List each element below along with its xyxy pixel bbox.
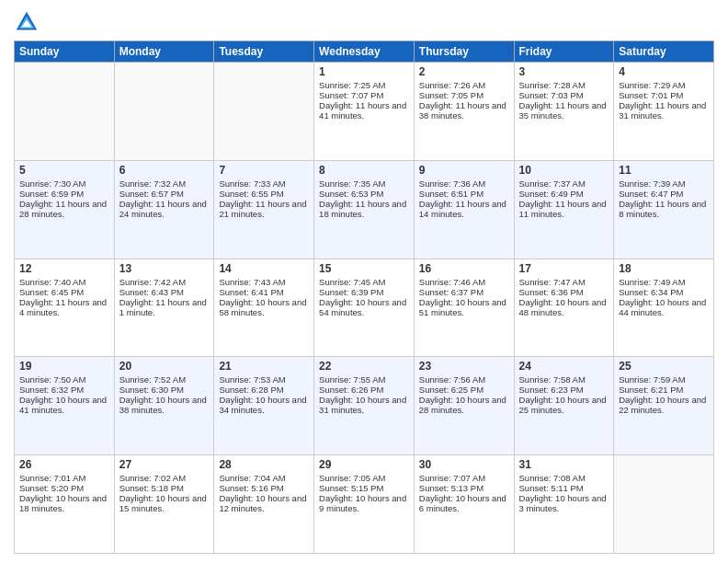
col-header-tuesday: Tuesday [214,41,314,63]
calendar-cell: 2Sunrise: 7:26 AMSunset: 7:05 PMDaylight… [414,63,514,161]
calendar-cell [214,63,314,161]
cell-content: Sunrise: 7:39 AM [619,178,709,189]
day-number: 26 [19,458,109,471]
calendar-cell: 27Sunrise: 7:02 AMSunset: 5:18 PMDayligh… [114,455,214,554]
col-header-saturday: Saturday [614,41,714,63]
cell-content: Sunset: 7:03 PM [519,90,609,100]
cell-content: Sunrise: 7:36 AM [419,178,509,189]
cell-content: Sunset: 6:32 PM [19,385,109,395]
calendar-cell: 22Sunrise: 7:55 AMSunset: 6:26 PMDayligh… [314,357,415,455]
calendar-cell: 29Sunrise: 7:05 AMSunset: 5:15 PMDayligh… [314,455,415,554]
cell-content: Sunset: 6:53 PM [319,189,409,199]
cell-content: Sunset: 7:01 PM [619,90,709,100]
logo-icon [14,9,40,35]
cell-content: Sunrise: 7:02 AM [119,473,210,483]
calendar-cell: 25Sunrise: 7:59 AMSunset: 6:21 PMDayligh… [614,357,714,455]
cell-content: Daylight: 11 hours and 8 minutes. [619,199,709,219]
calendar-cell: 20Sunrise: 7:52 AMSunset: 6:30 PMDayligh… [114,357,214,455]
cell-content: Sunrise: 7:05 AM [319,473,409,483]
col-header-monday: Monday [114,41,214,63]
cell-content: Sunrise: 7:42 AM [119,277,210,287]
cell-content: Sunset: 6:30 PM [119,385,210,395]
day-number: 22 [319,360,409,373]
calendar-cell: 13Sunrise: 7:42 AMSunset: 6:43 PMDayligh… [114,259,214,357]
day-number: 19 [19,360,109,373]
calendar-cell: 28Sunrise: 7:04 AMSunset: 5:16 PMDayligh… [214,455,314,554]
cell-content: Sunrise: 7:30 AM [19,178,109,189]
logo [14,9,43,35]
day-number: 13 [119,262,210,275]
day-number: 23 [419,360,509,373]
cell-content: Daylight: 11 hours and 1 minute. [119,297,210,317]
cell-content: Sunset: 6:21 PM [619,385,709,395]
day-number: 18 [619,262,709,275]
calendar-table: SundayMondayTuesdayWednesdayThursdayFrid… [14,40,714,554]
cell-content: Sunrise: 7:59 AM [619,374,709,385]
cell-content: Daylight: 10 hours and 48 minutes. [519,297,609,317]
day-number: 4 [619,65,709,78]
cell-content: Daylight: 10 hours and 28 minutes. [419,395,509,415]
col-header-friday: Friday [514,41,614,63]
cell-content: Sunrise: 7:40 AM [19,277,109,287]
cell-content: Sunrise: 7:58 AM [519,374,609,385]
cell-content: Daylight: 10 hours and 18 minutes. [19,493,109,513]
cell-content: Sunset: 6:23 PM [519,385,609,395]
cell-content: Daylight: 11 hours and 38 minutes. [419,100,509,121]
day-number: 27 [119,458,210,471]
cell-content: Sunrise: 7:52 AM [119,374,210,385]
calendar-cell: 5Sunrise: 7:30 AMSunset: 6:59 PMDaylight… [15,160,115,259]
calendar-week-5: 26Sunrise: 7:01 AMSunset: 5:20 PMDayligh… [15,455,714,554]
day-number: 10 [519,164,609,177]
day-number: 11 [619,164,709,177]
cell-content: Sunset: 5:18 PM [119,483,210,493]
cell-content: Daylight: 11 hours and 21 minutes. [219,199,309,219]
calendar-cell: 15Sunrise: 7:45 AMSunset: 6:39 PMDayligh… [314,259,415,357]
cell-content: Daylight: 11 hours and 11 minutes. [519,199,609,219]
cell-content: Sunset: 5:16 PM [219,483,309,493]
calendar-cell: 26Sunrise: 7:01 AMSunset: 5:20 PMDayligh… [15,455,115,554]
cell-content: Sunrise: 7:43 AM [219,277,309,287]
cell-content: Daylight: 11 hours and 28 minutes. [19,199,109,219]
col-header-wednesday: Wednesday [314,41,415,63]
cell-content: Sunset: 6:55 PM [219,189,309,199]
calendar-cell: 9Sunrise: 7:36 AMSunset: 6:51 PMDaylight… [414,160,514,259]
cell-content: Sunset: 6:26 PM [319,385,409,395]
cell-content: Sunset: 5:13 PM [419,483,509,493]
calendar-cell: 7Sunrise: 7:33 AMSunset: 6:55 PMDaylight… [214,160,314,259]
day-number: 31 [519,458,609,471]
cell-content: Sunrise: 7:26 AM [419,80,509,90]
cell-content: Sunrise: 7:33 AM [219,178,309,189]
cell-content: Sunrise: 7:04 AM [219,473,309,483]
cell-content: Daylight: 10 hours and 41 minutes. [19,395,109,415]
day-number: 21 [219,360,309,373]
cell-content: Daylight: 10 hours and 51 minutes. [419,297,509,317]
day-number: 12 [19,262,109,275]
calendar-cell: 16Sunrise: 7:46 AMSunset: 6:37 PMDayligh… [414,259,514,357]
calendar-week-4: 19Sunrise: 7:50 AMSunset: 6:32 PMDayligh… [15,357,714,455]
cell-content: Sunset: 6:43 PM [119,287,210,297]
cell-content: Daylight: 11 hours and 31 minutes. [619,100,709,121]
calendar-week-1: 1Sunrise: 7:25 AMSunset: 7:07 PMDaylight… [15,63,714,161]
cell-content: Sunset: 5:11 PM [519,483,609,493]
cell-content: Daylight: 10 hours and 38 minutes. [119,395,210,415]
cell-content: Daylight: 11 hours and 41 minutes. [319,100,409,121]
page: SundayMondayTuesdayWednesdayThursdayFrid… [0,0,728,563]
cell-content: Sunset: 6:41 PM [219,287,309,297]
cell-content: Daylight: 10 hours and 3 minutes. [519,493,609,513]
calendar-cell: 10Sunrise: 7:37 AMSunset: 6:49 PMDayligh… [514,160,614,259]
day-number: 17 [519,262,609,275]
col-header-thursday: Thursday [414,41,514,63]
calendar-cell: 1Sunrise: 7:25 AMSunset: 7:07 PMDaylight… [314,63,415,161]
calendar-cell: 3Sunrise: 7:28 AMSunset: 7:03 PMDaylight… [514,63,614,161]
calendar-cell: 12Sunrise: 7:40 AMSunset: 6:45 PMDayligh… [15,259,115,357]
cell-content: Daylight: 11 hours and 24 minutes. [119,199,210,219]
day-number: 14 [219,262,309,275]
cell-content: Daylight: 11 hours and 35 minutes. [519,100,609,121]
cell-content: Sunrise: 7:25 AM [319,80,409,90]
cell-content: Daylight: 10 hours and 15 minutes. [119,493,210,513]
cell-content: Sunset: 7:07 PM [319,90,409,100]
cell-content: Sunset: 6:49 PM [519,189,609,199]
calendar-cell [114,63,214,161]
cell-content: Daylight: 10 hours and 25 minutes. [519,395,609,415]
cell-content: Sunrise: 7:53 AM [219,374,309,385]
